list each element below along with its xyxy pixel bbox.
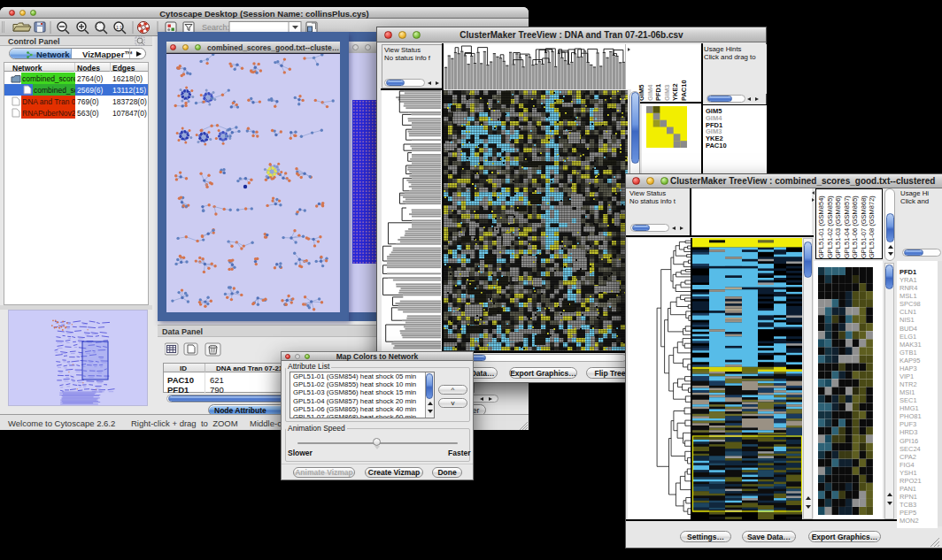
svg-text:GPL51-07 (GSM868): GPL51-07 (GSM868) — [860, 196, 868, 258]
svg-text:PFD1: PFD1 — [654, 84, 662, 101]
svg-text:GPL51-08 (GSM872): GPL51-08 (GSM872) — [868, 196, 876, 258]
svg-text:GPL51-01 (GSM854): GPL51-01 (GSM854) — [817, 196, 825, 258]
svg-text:YKE2: YKE2 — [671, 83, 679, 101]
svg-text:GPL51-03 (GSM856): GPL51-03 (GSM856) — [834, 196, 842, 258]
svg-text:Search:: Search: — [202, 23, 229, 32]
svg-text:GPL51-06 (GSM865): GPL51-06 (GSM865) — [851, 196, 859, 258]
svg-text:GPL51-02 (GSM855): GPL51-02 (GSM855) — [826, 196, 834, 258]
svg-text:1:1: 1:1 — [116, 25, 122, 30]
svg-text:GIM4: GIM4 — [646, 84, 654, 101]
svg-text:GIM3: GIM3 — [663, 85, 671, 101]
svg-text:PAC10: PAC10 — [680, 80, 688, 101]
svg-text:GPL51-04 (GSM857): GPL51-04 (GSM857) — [843, 196, 851, 258]
